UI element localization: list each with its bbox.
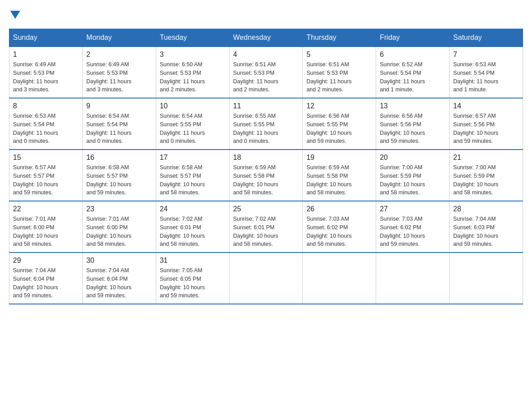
day-info: Sunrise: 6:57 AMSunset: 5:56 PMDaylight:… <box>453 112 519 146</box>
day-info: Sunrise: 7:01 AMSunset: 6:00 PMDaylight:… <box>13 215 79 248</box>
day-number: 30 <box>86 257 152 265</box>
day-number: 19 <box>306 154 372 162</box>
day-number: 28 <box>453 205 519 213</box>
day-info: Sunrise: 6:51 AMSunset: 5:53 PMDaylight:… <box>233 60 299 94</box>
day-info: Sunrise: 7:03 AMSunset: 6:02 PMDaylight:… <box>306 215 372 248</box>
day-info: Sunrise: 6:57 AMSunset: 5:57 PMDaylight:… <box>13 163 79 197</box>
day-info: Sunrise: 6:52 AMSunset: 5:54 PMDaylight:… <box>380 60 446 94</box>
calendar-cell: 16Sunrise: 6:58 AMSunset: 5:57 PMDayligh… <box>82 150 156 201</box>
calendar-cell: 3Sunrise: 6:50 AMSunset: 5:53 PMDaylight… <box>156 47 229 98</box>
svg-marker-0 <box>10 11 20 19</box>
calendar-cell <box>450 253 523 304</box>
day-number: 16 <box>86 154 152 162</box>
day-number: 15 <box>13 154 79 162</box>
calendar-cell <box>303 253 376 304</box>
logo <box>9 9 20 20</box>
day-info: Sunrise: 6:53 AMSunset: 5:54 PMDaylight:… <box>13 112 79 146</box>
calendar-cell <box>229 253 303 304</box>
calendar-table: Sunday Monday Tuesday Wednesday Thursday… <box>9 29 523 304</box>
day-number: 10 <box>160 102 226 110</box>
day-info: Sunrise: 6:58 AMSunset: 5:57 PMDaylight:… <box>86 163 152 197</box>
day-number: 1 <box>13 51 79 59</box>
col-monday: Monday <box>82 29 156 47</box>
calendar-body: 1Sunrise: 6:49 AMSunset: 5:53 PMDaylight… <box>9 47 523 304</box>
col-wednesday: Wednesday <box>229 29 303 47</box>
day-number: 14 <box>453 102 519 110</box>
col-sunday: Sunday <box>9 29 83 47</box>
day-info: Sunrise: 6:56 AMSunset: 5:56 PMDaylight:… <box>380 112 446 146</box>
calendar-cell: 21Sunrise: 7:00 AMSunset: 5:59 PMDayligh… <box>450 150 523 201</box>
day-number: 21 <box>453 154 519 162</box>
calendar-cell: 31Sunrise: 7:05 AMSunset: 6:05 PMDayligh… <box>156 253 229 304</box>
calendar-week-3: 15Sunrise: 6:57 AMSunset: 5:57 PMDayligh… <box>9 150 523 201</box>
day-info: Sunrise: 7:01 AMSunset: 6:00 PMDaylight:… <box>86 215 152 248</box>
calendar-cell: 26Sunrise: 7:03 AMSunset: 6:02 PMDayligh… <box>303 201 376 253</box>
day-info: Sunrise: 7:04 AMSunset: 6:04 PMDaylight:… <box>86 266 152 300</box>
calendar-cell: 28Sunrise: 7:04 AMSunset: 6:03 PMDayligh… <box>450 201 523 253</box>
day-info: Sunrise: 6:56 AMSunset: 5:55 PMDaylight:… <box>306 112 372 146</box>
day-info: Sunrise: 6:53 AMSunset: 5:54 PMDaylight:… <box>453 60 519 94</box>
calendar-week-2: 8Sunrise: 6:53 AMSunset: 5:54 PMDaylight… <box>9 98 523 150</box>
day-info: Sunrise: 6:50 AMSunset: 5:53 PMDaylight:… <box>160 60 226 94</box>
day-info: Sunrise: 6:59 AMSunset: 5:58 PMDaylight:… <box>306 163 372 197</box>
day-number: 11 <box>233 102 299 110</box>
day-info: Sunrise: 7:03 AMSunset: 6:02 PMDaylight:… <box>380 215 446 248</box>
day-info: Sunrise: 7:04 AMSunset: 6:04 PMDaylight:… <box>13 266 79 300</box>
page-header <box>9 9 523 20</box>
day-number: 5 <box>306 51 372 59</box>
calendar-cell: 1Sunrise: 6:49 AMSunset: 5:53 PMDaylight… <box>9 47 83 98</box>
calendar-week-5: 29Sunrise: 7:04 AMSunset: 6:04 PMDayligh… <box>9 253 523 304</box>
calendar-cell: 9Sunrise: 6:54 AMSunset: 5:54 PMDaylight… <box>82 98 156 150</box>
calendar-cell: 7Sunrise: 6:53 AMSunset: 5:54 PMDaylight… <box>450 47 523 98</box>
day-number: 2 <box>86 51 152 59</box>
day-info: Sunrise: 6:59 AMSunset: 5:58 PMDaylight:… <box>233 163 299 197</box>
col-friday: Friday <box>376 29 450 47</box>
day-info: Sunrise: 7:00 AMSunset: 5:59 PMDaylight:… <box>380 163 446 197</box>
day-number: 29 <box>13 257 79 265</box>
calendar-header: Sunday Monday Tuesday Wednesday Thursday… <box>9 29 523 47</box>
day-info: Sunrise: 7:00 AMSunset: 5:59 PMDaylight:… <box>453 163 519 197</box>
day-number: 18 <box>233 154 299 162</box>
day-info: Sunrise: 6:58 AMSunset: 5:57 PMDaylight:… <box>160 163 226 197</box>
calendar-cell: 23Sunrise: 7:01 AMSunset: 6:00 PMDayligh… <box>82 201 156 253</box>
col-tuesday: Tuesday <box>156 29 229 47</box>
logo-triangle-icon <box>10 11 20 20</box>
calendar-cell: 19Sunrise: 6:59 AMSunset: 5:58 PMDayligh… <box>303 150 376 201</box>
calendar-cell: 11Sunrise: 6:55 AMSunset: 5:55 PMDayligh… <box>229 98 303 150</box>
day-number: 25 <box>233 205 299 213</box>
day-info: Sunrise: 6:51 AMSunset: 5:53 PMDaylight:… <box>306 60 372 94</box>
calendar-cell: 6Sunrise: 6:52 AMSunset: 5:54 PMDaylight… <box>376 47 450 98</box>
calendar-cell: 22Sunrise: 7:01 AMSunset: 6:00 PMDayligh… <box>9 201 83 253</box>
col-thursday: Thursday <box>303 29 376 47</box>
day-info: Sunrise: 6:54 AMSunset: 5:55 PMDaylight:… <box>160 112 226 146</box>
day-info: Sunrise: 6:49 AMSunset: 5:53 PMDaylight:… <box>86 60 152 94</box>
day-info: Sunrise: 7:02 AMSunset: 6:01 PMDaylight:… <box>233 215 299 248</box>
day-number: 31 <box>160 257 226 265</box>
header-row: Sunday Monday Tuesday Wednesday Thursday… <box>9 29 523 47</box>
day-number: 4 <box>233 51 299 59</box>
calendar-cell: 4Sunrise: 6:51 AMSunset: 5:53 PMDaylight… <box>229 47 303 98</box>
calendar-cell: 13Sunrise: 6:56 AMSunset: 5:56 PMDayligh… <box>376 98 450 150</box>
calendar-cell: 25Sunrise: 7:02 AMSunset: 6:01 PMDayligh… <box>229 201 303 253</box>
day-info: Sunrise: 7:02 AMSunset: 6:01 PMDaylight:… <box>160 215 226 248</box>
day-number: 26 <box>306 205 372 213</box>
day-number: 22 <box>13 205 79 213</box>
day-number: 20 <box>380 154 446 162</box>
day-number: 3 <box>160 51 226 59</box>
calendar-cell: 17Sunrise: 6:58 AMSunset: 5:57 PMDayligh… <box>156 150 229 201</box>
calendar-cell: 8Sunrise: 6:53 AMSunset: 5:54 PMDaylight… <box>9 98 83 150</box>
calendar-cell: 12Sunrise: 6:56 AMSunset: 5:55 PMDayligh… <box>303 98 376 150</box>
day-number: 17 <box>160 154 226 162</box>
day-info: Sunrise: 6:55 AMSunset: 5:55 PMDaylight:… <box>233 112 299 146</box>
calendar-cell: 14Sunrise: 6:57 AMSunset: 5:56 PMDayligh… <box>450 98 523 150</box>
day-number: 6 <box>380 51 446 59</box>
day-number: 8 <box>13 102 79 110</box>
calendar-cell: 24Sunrise: 7:02 AMSunset: 6:01 PMDayligh… <box>156 201 229 253</box>
day-number: 23 <box>86 205 152 213</box>
col-saturday: Saturday <box>450 29 523 47</box>
day-number: 27 <box>380 205 446 213</box>
calendar-week-1: 1Sunrise: 6:49 AMSunset: 5:53 PMDaylight… <box>9 47 523 98</box>
day-number: 24 <box>160 205 226 213</box>
calendar-cell: 15Sunrise: 6:57 AMSunset: 5:57 PMDayligh… <box>9 150 83 201</box>
day-info: Sunrise: 6:54 AMSunset: 5:54 PMDaylight:… <box>86 112 152 146</box>
